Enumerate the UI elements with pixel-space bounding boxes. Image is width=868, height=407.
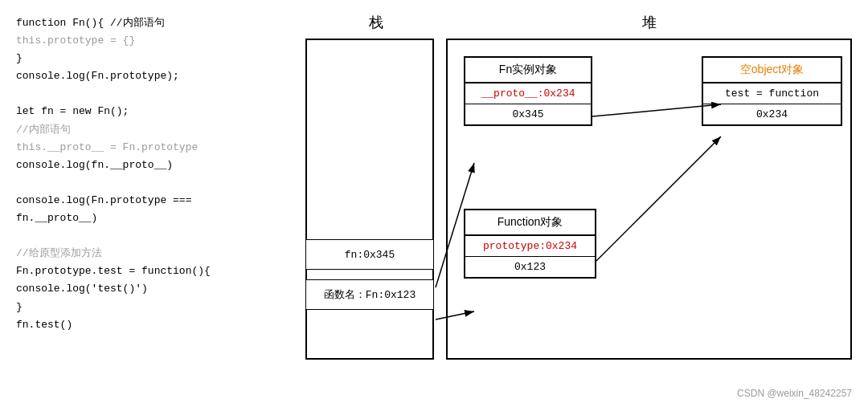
section-labels: 栈 堆 xyxy=(305,13,852,32)
code-line-3: } xyxy=(16,50,273,67)
empty-object-title: 空object对象 xyxy=(703,58,841,83)
code-line-2: this.prototype = {} xyxy=(16,32,273,50)
diagram-area: fn:0x345 函数名：Fn:0x123 Fn实例对象 __proto__:0… xyxy=(305,39,852,384)
empty-object-box: 空object对象 test = function 0x234 xyxy=(702,56,842,126)
fn-instance-addr: 0x345 xyxy=(465,104,591,124)
watermark: CSDN @weixin_48242257 xyxy=(737,388,852,399)
code-line-12: Fn.prototype.test = function(){ xyxy=(16,263,273,280)
code-line-13: console.log('test()') xyxy=(16,280,273,298)
function-obj-proto: prototype:0x234 xyxy=(465,236,595,257)
code-line-8: console.log(fn.__proto__) xyxy=(16,157,273,174)
code-block: function Fn(){ //内部语句 this.prototype = {… xyxy=(16,14,273,334)
function-obj-title: Function对象 xyxy=(465,210,595,236)
code-line-4: console.log(Fn.prototype); xyxy=(16,67,273,85)
code-line-9: console.log(Fn.prototype === xyxy=(16,192,273,210)
code-panel: function Fn(){ //内部语句 this.prototype = {… xyxy=(0,0,289,407)
code-line-7: this.__proto__ = Fn.prototype xyxy=(16,139,273,157)
function-obj-box: Function对象 prototype:0x234 0x123 xyxy=(464,209,596,279)
heap-box: Fn实例对象 __proto__:0x234 0x345 Function对象 … xyxy=(446,39,852,360)
code-line-10: fn.__proto__) xyxy=(16,210,273,227)
fn-instance-box: Fn实例对象 __proto__:0x234 0x345 xyxy=(464,56,592,126)
code-line-6: //内部语句 xyxy=(16,121,273,139)
svg-line-2 xyxy=(596,136,721,261)
fn-instance-proto: __proto__:0x234 xyxy=(465,83,591,104)
heap-label: 堆 xyxy=(446,13,852,32)
empty-object-test: test = function xyxy=(703,83,841,104)
funcname-stack-item: 函数名：Fn:0x123 xyxy=(305,279,434,310)
function-obj-addr: 0x123 xyxy=(465,257,595,277)
fn-instance-title: Fn实例对象 xyxy=(465,58,591,83)
empty-object-addr: 0x234 xyxy=(703,104,841,124)
code-line-11: //给原型添加方法 xyxy=(16,245,273,263)
diagram-panel: 栈 堆 fn:0x345 函数名：Fn:0x123 Fn实例对象 __proto… xyxy=(289,0,868,407)
stack-label: 栈 xyxy=(305,13,446,32)
fn-stack-item: fn:0x345 xyxy=(305,239,434,270)
code-line-14: } xyxy=(16,299,273,316)
code-line-5: let fn = new Fn(); xyxy=(16,103,273,120)
stack-box: fn:0x345 函数名：Fn:0x123 xyxy=(305,39,434,360)
code-line-15: fn.test() xyxy=(16,316,273,334)
code-line-1: function Fn(){ //内部语句 xyxy=(16,14,273,32)
